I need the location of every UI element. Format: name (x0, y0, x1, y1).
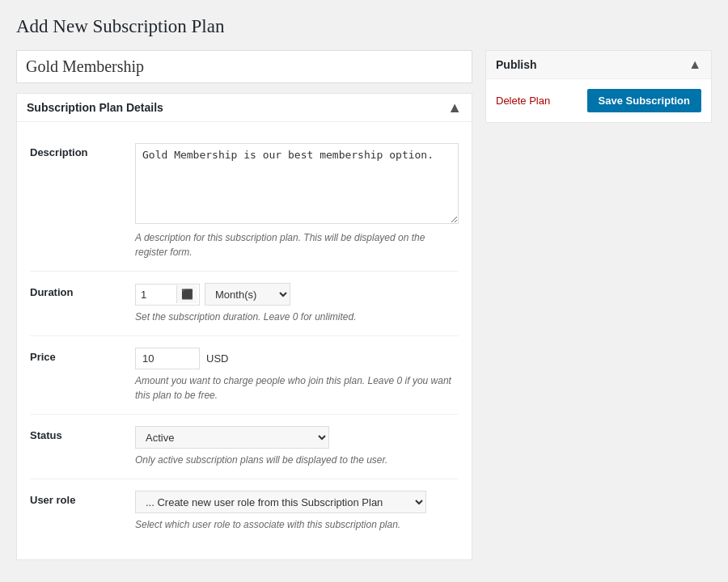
details-toggle-icon: ▲ (447, 100, 462, 115)
duration-number-input[interactable] (136, 285, 176, 305)
duration-group: ⬛ Month(s) Day(s) Week(s) Year(s) (135, 283, 459, 306)
status-field: Active Inactive Only active subscription… (135, 426, 459, 467)
userrole-label: User role (30, 491, 135, 506)
description-field: Gold Membership is our best membership o… (135, 143, 459, 259)
delete-plan-link[interactable]: Delete Plan (496, 95, 550, 107)
price-row: Price USD Amount you want to charge peop… (30, 336, 459, 415)
price-hint: Amount you want to charge people who joi… (135, 373, 459, 403)
publish-title: Publish (496, 58, 537, 71)
publish-toggle-icon: ▲ (688, 57, 701, 72)
layout: Subscription Plan Details ▲ Description … (16, 50, 712, 570)
status-label: Status (30, 426, 135, 441)
userrole-field: ... Create new user role from this Subsc… (135, 491, 459, 532)
publish-box: Publish ▲ Delete Plan Save Subscription (485, 50, 712, 123)
duration-label: Duration (30, 283, 135, 298)
duration-period-select[interactable]: Month(s) Day(s) Week(s) Year(s) (205, 283, 290, 306)
duration-spinner-icon[interactable]: ⬛ (176, 285, 197, 303)
status-hint: Only active subscription plans will be d… (135, 453, 459, 467)
status-row: Status Active Inactive Only active subsc… (30, 415, 459, 479)
price-field: USD Amount you want to charge people who… (135, 348, 459, 403)
userrole-select[interactable]: ... Create new user role from this Subsc… (135, 491, 426, 513)
details-postbox-body: Description Gold Membership is our best … (17, 122, 472, 559)
details-postbox-header[interactable]: Subscription Plan Details ▲ (17, 94, 472, 122)
details-postbox: Subscription Plan Details ▲ Description … (16, 93, 472, 560)
duration-row: Duration ⬛ Month(s) Day(s) Week(s) (30, 272, 459, 336)
publish-actions: Delete Plan Save Subscription (486, 79, 711, 122)
price-group: USD (135, 348, 459, 369)
page-title: Add New Subscription Plan (16, 16, 712, 37)
sidebar-column: Publish ▲ Delete Plan Save Subscription (485, 50, 712, 123)
price-currency: USD (206, 352, 228, 365)
save-subscription-button[interactable]: Save Subscription (587, 89, 701, 112)
duration-field: ⬛ Month(s) Day(s) Week(s) Year(s) Set th… (135, 283, 459, 324)
price-input[interactable] (135, 348, 200, 369)
plan-title-input[interactable] (16, 50, 472, 83)
details-postbox-title: Subscription Plan Details (27, 101, 163, 114)
userrole-hint: Select which user role to associate with… (135, 517, 459, 532)
publish-header[interactable]: Publish ▲ (486, 51, 711, 79)
description-textarea[interactable]: Gold Membership is our best membership o… (135, 143, 459, 224)
description-hint: A description for this subscription plan… (135, 230, 459, 259)
description-label: Description (30, 143, 135, 158)
price-label: Price (30, 348, 135, 363)
status-select[interactable]: Active Inactive (135, 426, 329, 449)
description-row: Description Gold Membership is our best … (30, 132, 459, 272)
duration-hint: Set the subscription duration. Leave 0 f… (135, 310, 459, 324)
duration-number-wrapper: ⬛ (135, 284, 200, 306)
userrole-row: User role ... Create new user role from … (30, 479, 459, 543)
main-column: Subscription Plan Details ▲ Description … (16, 50, 472, 570)
